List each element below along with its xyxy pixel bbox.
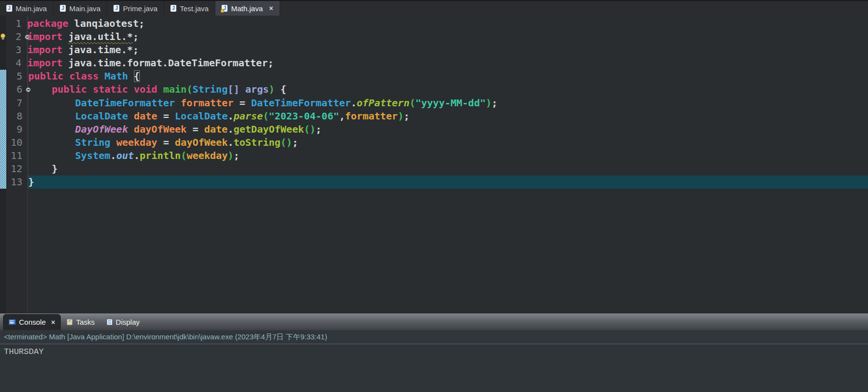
line-number: 6 bbox=[7, 83, 28, 96]
code-line: 13} bbox=[0, 176, 868, 189]
annotation-gutter bbox=[0, 97, 7, 110]
code-text: LocalDate date = LocalDate.parse("2023-0… bbox=[28, 110, 868, 123]
code-line: 2import java.util.*; bbox=[0, 30, 868, 43]
annotation-gutter bbox=[0, 17, 6, 30]
console-tab-label: Console bbox=[19, 318, 46, 326]
annotation-gutter bbox=[0, 136, 7, 149]
line-number: 9 bbox=[7, 123, 28, 136]
console-panel: Console×TasksDisplay <terminated> Math [… bbox=[0, 314, 868, 392]
display-icon bbox=[107, 319, 113, 325]
code-line: 5public class Math { bbox=[0, 70, 868, 83]
editor-tab-label: Main.java bbox=[16, 4, 47, 13]
current-line-highlight: } bbox=[28, 176, 868, 189]
editor-tabbar: JMain.javaJMain.javaJPrime.javaJTest.jav… bbox=[0, 0, 868, 17]
console-view-tab-display[interactable]: Display bbox=[101, 314, 146, 330]
code-line: 8 LocalDate date = LocalDate.parse("2023… bbox=[0, 110, 868, 123]
editor-tab-test-java[interactable]: JTest.java bbox=[164, 1, 215, 16]
line-number: 4 bbox=[6, 57, 27, 70]
code-line: 3import java.time.*; bbox=[0, 43, 868, 57]
code-text: DayOfWeek dayOfWeek = date.getDayOfWeek(… bbox=[28, 123, 868, 136]
editor-tab-main-java[interactable]: JMain.java bbox=[54, 1, 107, 16]
code-line: 7 DateTimeFormatter formatter = DateTime… bbox=[0, 97, 868, 110]
code-text: DateTimeFormatter formatter = DateTimeFo… bbox=[28, 97, 868, 110]
code-text: package lanqiaotest; bbox=[27, 17, 868, 30]
line-number: 10 bbox=[7, 136, 28, 149]
code-line: 10 String weekday = dayOfWeek.toString()… bbox=[0, 136, 868, 149]
editor-tab-label: Prime.java bbox=[123, 4, 157, 13]
code-line: 6 public static void main(String[] args)… bbox=[0, 83, 868, 96]
editor-tab-label: Test.java bbox=[180, 4, 208, 13]
code-line: 4import java.time.format.DateTimeFormatt… bbox=[0, 57, 868, 70]
line-number: 12 bbox=[7, 162, 28, 176]
console-output[interactable]: THURSDAY bbox=[0, 344, 868, 392]
editor-tab-main-java[interactable]: JMain.java bbox=[0, 1, 54, 16]
console-tab-label: Tasks bbox=[76, 318, 94, 326]
line-number: 7 bbox=[7, 97, 28, 110]
code-lines: 1package lanqiaotest;2import java.util.*… bbox=[0, 17, 868, 189]
annotation-gutter bbox=[0, 162, 7, 176]
annotation-gutter bbox=[0, 149, 7, 162]
line-number: 3 bbox=[6, 43, 27, 57]
code-text: import java.time.*; bbox=[27, 43, 868, 57]
tasks-icon bbox=[67, 319, 73, 325]
java-file-icon: J bbox=[222, 5, 227, 12]
line-number: 5 bbox=[7, 70, 28, 83]
java-file-icon: J bbox=[170, 5, 176, 12]
code-text: } bbox=[28, 162, 868, 176]
annotation-gutter bbox=[0, 57, 6, 70]
console-tabbar: Console×TasksDisplay bbox=[0, 314, 868, 330]
annotation-gutter bbox=[0, 70, 7, 83]
console-status-line: <terminated> Math [Java Application] D:\… bbox=[0, 330, 868, 344]
console-tab-label: Display bbox=[116, 318, 140, 326]
annotation-gutter bbox=[0, 83, 7, 96]
java-file-icon: J bbox=[6, 5, 12, 12]
code-text: String weekday = dayOfWeek.toString(); bbox=[28, 136, 868, 149]
line-number: 2 bbox=[6, 30, 27, 43]
line-number: 8 bbox=[7, 110, 28, 123]
java-file-icon: J bbox=[113, 5, 119, 12]
editor-tab-label: Math.java bbox=[231, 4, 263, 13]
close-icon[interactable]: × bbox=[269, 5, 273, 12]
code-line: 1package lanqiaotest; bbox=[0, 17, 868, 30]
console-icon bbox=[9, 319, 16, 325]
editor-tab-label: Main.java bbox=[69, 4, 100, 13]
close-icon[interactable]: × bbox=[51, 318, 55, 326]
editor-tab-math-java[interactable]: JMath.java× bbox=[215, 1, 280, 16]
console-view-tab-console[interactable]: Console× bbox=[3, 314, 61, 330]
java-file-icon: J bbox=[60, 5, 66, 12]
eclipse-ide-window: JMain.javaJMain.javaJPrime.javaJTest.jav… bbox=[0, 0, 868, 392]
annotation-gutter bbox=[0, 176, 7, 189]
warning-icon[interactable] bbox=[0, 30, 6, 43]
code-line: 12 } bbox=[0, 162, 868, 176]
code-text: public class Math { bbox=[28, 70, 868, 83]
code-text: import java.util.*; bbox=[27, 30, 868, 43]
console-view-tab-tasks[interactable]: Tasks bbox=[61, 314, 100, 330]
code-text: public static void main(String[] args) { bbox=[28, 83, 868, 96]
line-number: 13 bbox=[7, 176, 28, 189]
code-editor[interactable]: 1package lanqiaotest;2import java.util.*… bbox=[0, 16, 868, 314]
warning-bulb-icon bbox=[0, 33, 6, 40]
annotation-gutter bbox=[0, 43, 6, 57]
code-text: System.out.println(weekday); bbox=[28, 149, 868, 162]
editor-tab-prime-java[interactable]: JPrime.java bbox=[107, 1, 164, 16]
annotation-gutter bbox=[0, 110, 7, 123]
code-text: import java.time.format.DateTimeFormatte… bbox=[27, 57, 868, 70]
line-number: 11 bbox=[7, 149, 28, 162]
line-number: 1 bbox=[6, 17, 27, 30]
code-line: 11 System.out.println(weekday); bbox=[0, 149, 868, 162]
annotation-gutter bbox=[0, 123, 7, 136]
code-line: 9 DayOfWeek dayOfWeek = date.getDayOfWee… bbox=[0, 123, 868, 136]
